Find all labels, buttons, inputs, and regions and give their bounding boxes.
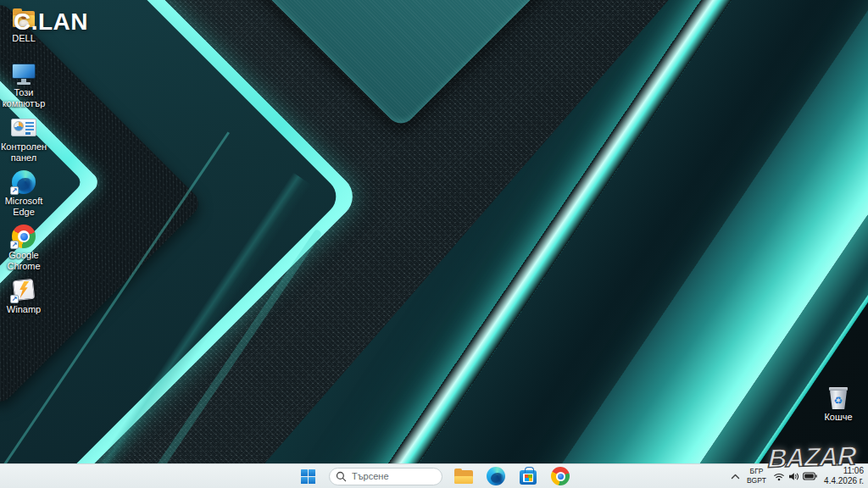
shortcut-arrow-icon xyxy=(10,186,19,195)
taskbar-search[interactable] xyxy=(329,468,442,485)
taskbar-item-microsoft-edge[interactable] xyxy=(485,465,507,487)
shortcut-arrow-icon xyxy=(10,295,19,303)
desktop-icon-recycle-bin[interactable]: Кошче xyxy=(814,384,863,423)
desktop-icon-label: Кошче xyxy=(813,412,864,423)
clan-watermark: C.LAN xyxy=(14,8,88,36)
taskbar: БГР BGPT xyxy=(0,463,868,488)
language-primary: БГР xyxy=(747,467,766,476)
edge-browser-icon xyxy=(10,169,37,195)
control-panel-icon xyxy=(10,115,37,141)
desktop-icon-label: Google Chrome xyxy=(0,250,49,271)
taskbar-item-microsoft-store[interactable] xyxy=(517,465,539,487)
desktop-icon-winamp[interactable]: Winamp xyxy=(0,276,49,330)
chrome-browser-icon xyxy=(551,467,570,485)
winamp-icon xyxy=(10,278,37,303)
tray-date: 4.4.2026 г. xyxy=(824,476,864,486)
windows-logo-icon xyxy=(301,469,315,484)
taskbar-item-google-chrome[interactable] xyxy=(549,465,571,487)
taskbar-center-group xyxy=(297,464,571,488)
bazar-watermark: BAZAR xyxy=(767,441,856,474)
desktop-icon-microsoft-edge[interactable]: Microsoft Edge xyxy=(0,168,49,222)
desktop-screen: C.LAN BAZAR DELL Този компютър Контролен… xyxy=(0,0,868,488)
chevron-up-icon[interactable] xyxy=(731,474,740,480)
language-secondary: BGPT xyxy=(747,476,766,485)
language-indicator[interactable]: БГР BGPT xyxy=(747,467,766,485)
taskbar-item-file-explorer[interactable] xyxy=(453,465,475,487)
search-icon xyxy=(336,471,347,482)
desktop-icon-label: Този компютър xyxy=(0,87,49,108)
desktop-icon-column: DELL Този компютър Контролен панел Micro… xyxy=(0,5,49,330)
desktop-icon-label: Microsoft Edge xyxy=(0,196,49,217)
chrome-browser-icon xyxy=(10,224,37,249)
microsoft-store-icon xyxy=(520,470,537,485)
desktop-icon-label: Winamp xyxy=(0,304,49,315)
start-button[interactable] xyxy=(297,465,319,487)
desktop-icon-label: Контролен панел xyxy=(0,141,49,163)
recycle-bin-icon xyxy=(825,385,852,411)
desktop-icon-google-chrome[interactable]: Google Chrome xyxy=(0,222,49,276)
desktop-icon-control-panel[interactable]: Контролен панел xyxy=(0,114,49,168)
shortcut-arrow-icon xyxy=(10,241,19,249)
battery-icon xyxy=(803,472,817,480)
computer-monitor-icon xyxy=(10,61,37,86)
desktop-icon-this-pc[interactable]: Този компютър xyxy=(0,59,49,114)
edge-browser-icon xyxy=(487,467,505,485)
wallpaper xyxy=(0,0,868,488)
file-explorer-icon xyxy=(454,469,473,484)
